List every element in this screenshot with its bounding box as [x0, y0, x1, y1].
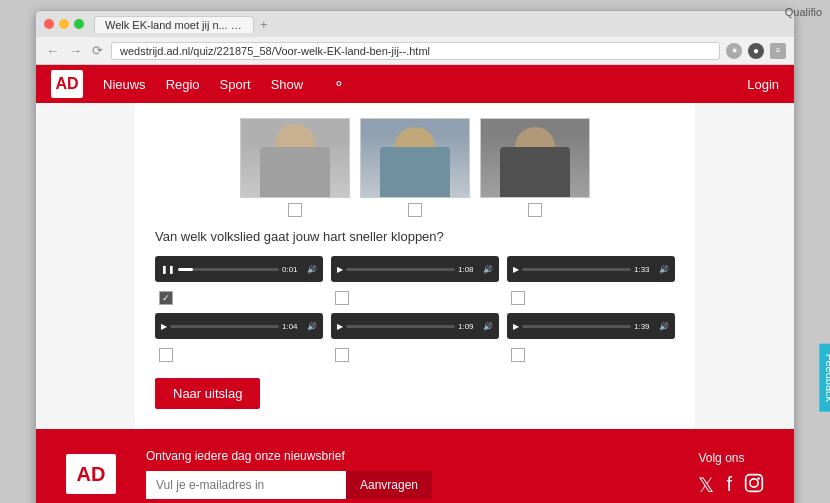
audio-players-top: ❚❚ 0:01 🔊 ▶: [155, 256, 675, 282]
close-dot[interactable]: [44, 19, 54, 29]
cb-cell-3: [507, 286, 675, 305]
ad-logo: AD: [51, 70, 83, 98]
play-icon-4: ▶: [161, 322, 167, 331]
quiz-area: Van welk volkslied gaat jouw hart snelle…: [135, 103, 695, 429]
menu-icon[interactable]: ≡: [770, 43, 786, 59]
cb-cell-4: [155, 343, 323, 362]
player-time-1: 0:01: [282, 265, 304, 274]
progress-bar-1: [178, 268, 279, 271]
qualifio-label: Qualifio: [785, 10, 795, 18]
search-icon[interactable]: ⚬: [333, 76, 345, 92]
player-time-2: 1:08: [458, 265, 480, 274]
toolbar-icons: ★ ● ≡: [726, 43, 786, 59]
feedback-button[interactable]: Feedback: [819, 344, 830, 412]
minimize-dot[interactable]: [59, 19, 69, 29]
back-button[interactable]: ←: [44, 43, 61, 58]
nav-show[interactable]: Show: [271, 77, 304, 92]
tab-close-icon[interactable]: ✕: [237, 20, 245, 31]
audio-checkbox-6[interactable]: [511, 348, 525, 362]
new-tab-icon[interactable]: +: [260, 17, 268, 32]
volume-icon-3[interactable]: 🔊: [659, 265, 669, 274]
audio-players-bottom: ▶ 1:04 🔊 ▶: [155, 313, 675, 339]
social-icons: 𝕏 f: [698, 473, 764, 498]
photo-item-2: [360, 118, 470, 217]
browser-window: Welk EK-land moet jij n... ✕ + Qualifio …: [35, 10, 795, 503]
twitter-icon[interactable]: 𝕏: [698, 473, 714, 498]
audio-player-6[interactable]: ▶ 1:39 🔊: [507, 313, 675, 339]
athlete-photo-2: [360, 118, 470, 198]
audio-player-3[interactable]: ▶ 1:33 🔊: [507, 256, 675, 282]
profile-icon[interactable]: ●: [748, 43, 764, 59]
volume-icon-4[interactable]: 🔊: [307, 322, 317, 331]
audio-player-2[interactable]: ▶ 1:08 🔊: [331, 256, 499, 282]
audio-checkbox-5[interactable]: [335, 348, 349, 362]
facebook-icon[interactable]: f: [726, 473, 732, 498]
volume-icon-2[interactable]: 🔊: [483, 265, 493, 274]
email-row: Aanvragen: [146, 471, 668, 499]
aanvragen-button[interactable]: Aanvragen: [346, 471, 432, 499]
svg-point-2: [757, 477, 760, 480]
nav-nieuws[interactable]: Nieuws: [103, 77, 146, 92]
window-controls: [44, 19, 84, 29]
nav-regio[interactable]: Regio: [166, 77, 200, 92]
reload-button[interactable]: ⟳: [90, 43, 105, 58]
photo-checkbox-2[interactable]: [408, 203, 422, 217]
player-time-6: 1:39: [634, 322, 656, 331]
address-bar[interactable]: wedstrijd.ad.nl/quiz/221875_58/Voor-welk…: [111, 42, 720, 60]
volume-icon-5[interactable]: 🔊: [483, 322, 493, 331]
volume-icon-6[interactable]: 🔊: [659, 322, 669, 331]
submit-button[interactable]: Naar uitslag: [155, 378, 260, 409]
checkboxes-bottom: [155, 343, 675, 362]
url-text: wedstrijd.ad.nl/quiz/221875_58/Voor-welk…: [120, 45, 430, 57]
svg-point-1: [750, 478, 758, 486]
audio-checkbox-1[interactable]: ✓: [159, 291, 173, 305]
audio-checkbox-4[interactable]: [159, 348, 173, 362]
email-input[interactable]: [146, 471, 346, 499]
nav-sport[interactable]: Sport: [220, 77, 251, 92]
photo-checkbox-3[interactable]: [528, 203, 542, 217]
play-icon-5: ▶: [337, 322, 343, 331]
browser-titlebar: Welk EK-land moet jij n... ✕ + Qualifio: [36, 11, 794, 37]
footer-social: Volg ons 𝕏 f: [698, 451, 764, 498]
audio-player-5[interactable]: ▶ 1:09 🔊: [331, 313, 499, 339]
ad-footer: AD Ontvang iedere dag onze nieuwsbrief A…: [36, 429, 794, 503]
newsletter-label: Ontvang iedere dag onze nieuwsbrief: [146, 449, 668, 463]
volume-icon-1[interactable]: 🔊: [307, 265, 317, 274]
audio-player-4[interactable]: ▶ 1:04 🔊: [155, 313, 323, 339]
forward-button[interactable]: →: [67, 43, 84, 58]
check-icon-1: ✓: [162, 293, 170, 303]
photo-checkbox-1[interactable]: [288, 203, 302, 217]
login-link[interactable]: Login: [747, 77, 779, 92]
cb-cell-6: [507, 343, 675, 362]
footer-logo: AD: [66, 454, 116, 494]
audio-checkbox-2[interactable]: [335, 291, 349, 305]
svg-rect-0: [746, 474, 763, 491]
page-content: Van welk volkslied gaat jouw hart snelle…: [36, 103, 794, 429]
footer-newsletter: Ontvang iedere dag onze nieuwsbrief Aanv…: [146, 449, 668, 499]
athlete-photo-1: [240, 118, 350, 198]
social-label: Volg ons: [698, 451, 744, 465]
instagram-icon[interactable]: [744, 473, 764, 498]
photo-item-3: [480, 118, 590, 217]
player-time-4: 1:04: [282, 322, 304, 331]
tab-title: Welk EK-land moet jij n...: [105, 19, 228, 31]
audio-checkbox-3[interactable]: [511, 291, 525, 305]
progress-bar-2: [346, 268, 455, 271]
browser-tab[interactable]: Welk EK-land moet jij n... ✕: [94, 16, 254, 33]
browser-tabs: Welk EK-land moet jij n... ✕ +: [94, 16, 268, 33]
bookmark-icon[interactable]: ★: [726, 43, 742, 59]
progress-bar-5: [346, 325, 455, 328]
play-icon-6: ▶: [513, 322, 519, 331]
cb-cell-5: [331, 343, 499, 362]
checkboxes-top: ✓: [155, 286, 675, 305]
ad-navigation: AD Nieuws Regio Sport Show ⚬ Login: [36, 65, 794, 103]
maximize-dot[interactable]: [74, 19, 84, 29]
progress-bar-4: [170, 325, 279, 328]
pause-icon-1: ❚❚: [161, 265, 175, 274]
browser-toolbar: ← → ⟳ wedstrijd.ad.nl/quiz/221875_58/Voo…: [36, 37, 794, 65]
play-icon-3: ▶: [513, 265, 519, 274]
photo-item-1: [240, 118, 350, 217]
play-icon-2: ▶: [337, 265, 343, 274]
cb-cell-1: ✓: [155, 286, 323, 305]
audio-player-1[interactable]: ❚❚ 0:01 🔊: [155, 256, 323, 282]
